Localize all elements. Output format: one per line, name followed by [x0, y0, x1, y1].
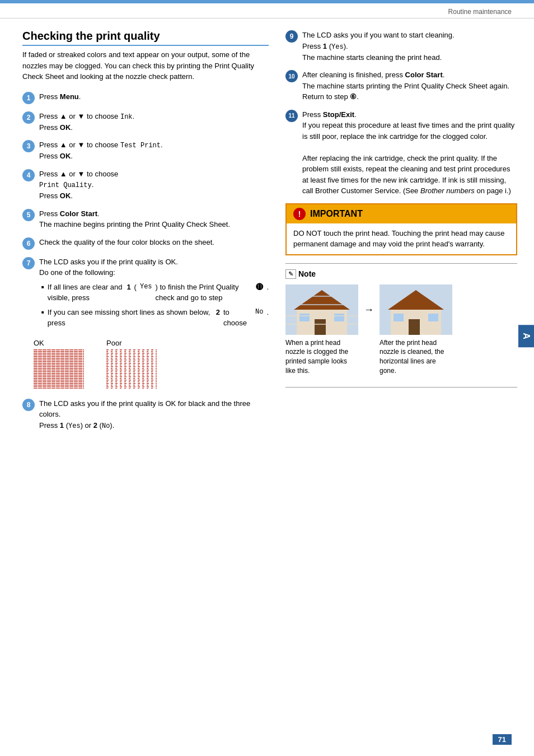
svg-rect-15 — [285, 324, 358, 325]
step-4: 4 Press ▲ or ▼ to choose Print Quality. … — [22, 169, 269, 202]
step-2: 2 Press ▲ or ▼ to choose Ink. Press OK. — [22, 111, 269, 133]
step-num-2: 2 — [22, 111, 35, 124]
step-11-content: Press Stop/Exit. If you repeat this proc… — [302, 109, 517, 197]
svg-rect-10 — [299, 314, 310, 321]
svg-rect-14 — [285, 315, 358, 316]
step-7-content: The LCD asks you if the print quality is… — [39, 256, 269, 332]
step-1-content: Press Menu. — [39, 91, 269, 102]
step-1: 1 Press Menu. — [22, 91, 269, 104]
important-header: ! IMPORTANT — [287, 204, 516, 223]
svg-rect-5 — [106, 349, 157, 389]
step-9: 9 The LCD asks you if you want to start … — [285, 30, 517, 63]
quality-samples: OK Poor — [34, 339, 269, 390]
step-8: 8 The LCD asks you if the print quality … — [22, 398, 269, 431]
svg-rect-21 — [428, 314, 438, 321]
section-label: Routine maintenance — [448, 8, 512, 16]
header: Routine maintenance — [0, 3, 534, 18]
step-5-content: Press Color Start. The machine begins pr… — [39, 208, 269, 230]
note-image-after: After the print head nozzle is cleaned, … — [380, 284, 452, 376]
step-3-content: Press ▲ or ▼ to choose Test Print. Press… — [39, 139, 269, 162]
step-5-bold: Color Start — [60, 209, 97, 218]
house-clogged-image — [285, 284, 358, 335]
step-4-ok: OK — [60, 192, 71, 200]
step-1-bold: Menu — [60, 92, 79, 101]
svg-rect-13 — [285, 304, 358, 305]
page-number-area: 71 — [493, 734, 512, 745]
step-num-4: 4 — [22, 169, 35, 181]
step-2-mono: Ink — [120, 113, 133, 121]
step-4-content: Press ▲ or ▼ to choose Print Quality. Pr… — [39, 169, 269, 202]
step-11: 11 Press Stop/Exit. If you repeat this p… — [285, 109, 517, 197]
svg-rect-2 — [34, 349, 84, 389]
step-6: 6 Check the quality of the four color bl… — [22, 237, 269, 250]
quality-ok-label: OK — [34, 339, 84, 347]
step-3: 3 Press ▲ or ▼ to choose Test Print. Pre… — [22, 139, 269, 162]
step-3-mono: Test Print — [120, 142, 161, 150]
step-10: 10 After cleaning is finished, press Col… — [285, 69, 517, 102]
step-10-content: After cleaning is finished, press Color … — [302, 69, 517, 102]
side-tab: A — [518, 325, 534, 347]
note-label: Note — [298, 269, 316, 278]
step-8-content: The LCD asks you if the print quality is… — [39, 398, 269, 431]
quality-poor-label: Poor — [106, 339, 157, 347]
note-caption-before: When a print head nozzle is clogged the … — [285, 338, 358, 376]
step-num-7: 7 — [22, 257, 35, 269]
note-caption-after: After the print head nozzle is cleaned, … — [380, 338, 452, 376]
svg-rect-19 — [409, 319, 420, 335]
step-5: 5 Press Color Start. The machine begins … — [22, 208, 269, 230]
note-title: ✎ Note — [285, 269, 517, 279]
note-icon: ✎ — [285, 269, 296, 279]
svg-rect-12 — [285, 296, 358, 297]
step-num-6: 6 — [22, 237, 35, 250]
svg-rect-9 — [315, 319, 326, 335]
quality-poor-image — [106, 349, 157, 389]
step-num-10: 10 — [285, 70, 298, 82]
svg-rect-11 — [334, 314, 344, 321]
svg-rect-20 — [394, 314, 404, 321]
step-num-3: 3 — [22, 140, 35, 152]
step-7-sub-1: If all lines are clear and visible, pres… — [41, 282, 269, 304]
quality-ok: OK — [34, 339, 84, 390]
note-images: When a print head nozzle is clogged the … — [285, 284, 517, 376]
step-2-ok: OK — [60, 123, 71, 132]
note-box: ✎ Note — [285, 263, 517, 388]
step-9-content: The LCD asks you if you want to start cl… — [302, 30, 517, 63]
quality-poor: Poor — [106, 339, 157, 390]
important-box: ! IMPORTANT DO NOT touch the print head.… — [285, 203, 517, 255]
step-num-1: 1 — [22, 92, 35, 104]
step-3-ok: OK — [60, 152, 71, 160]
important-body: DO NOT touch the print head. Touching th… — [287, 223, 516, 254]
page-title: Checking the print quality — [22, 30, 269, 46]
right-column: 9 The LCD asks you if you want to start … — [285, 30, 517, 438]
step-7-sublist: If all lines are clear and visible, pres… — [41, 282, 269, 329]
step-7-sub-2: If you can see missing short lines as sh… — [41, 307, 269, 329]
arrow-separator: → — [364, 284, 374, 316]
important-title: IMPORTANT — [310, 209, 363, 219]
step-4-mono: Print Quality — [39, 181, 92, 189]
intro-text: If faded or streaked colors and text app… — [22, 49, 269, 82]
step-num-5: 5 — [22, 209, 35, 221]
step-num-9: 9 — [285, 30, 298, 43]
page-num: 71 — [493, 734, 512, 745]
step-num-11: 11 — [285, 110, 298, 122]
step-2-content: Press ▲ or ▼ to choose Ink. Press OK. — [39, 111, 269, 133]
note-image-before: When a print head nozzle is clogged the … — [285, 284, 358, 376]
step-7: 7 The LCD asks you if the print quality … — [22, 256, 269, 332]
step-6-content: Check the quality of the four color bloc… — [39, 237, 269, 248]
left-column: Checking the print quality If faded or s… — [22, 30, 269, 438]
step-num-8: 8 — [22, 399, 35, 411]
important-icon: ! — [293, 208, 306, 220]
quality-ok-image — [34, 349, 84, 389]
house-clean-image — [380, 284, 452, 335]
